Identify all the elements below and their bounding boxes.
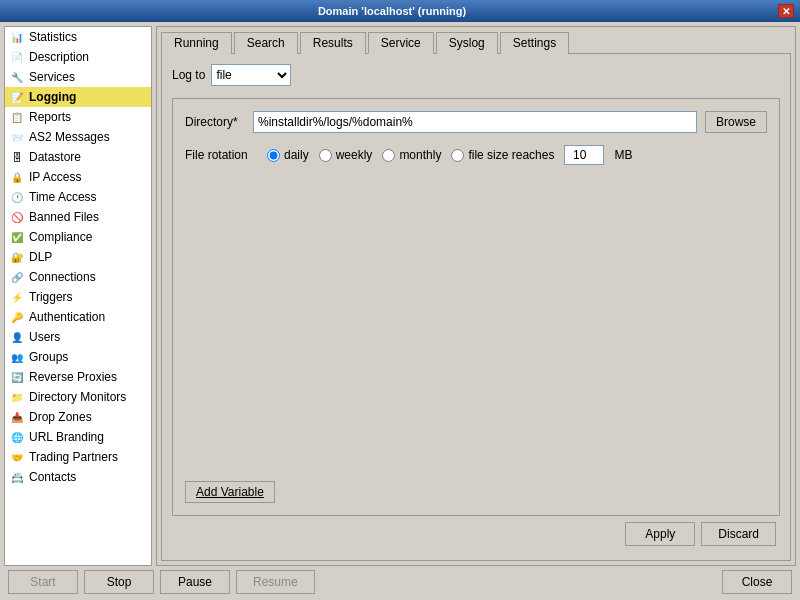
sidebar-item-label: Statistics bbox=[29, 30, 77, 44]
sidebar-item-logging[interactable]: 📝 Logging bbox=[5, 87, 151, 107]
datastore-icon: 🗄 bbox=[9, 149, 25, 165]
sidebar-item-services[interactable]: 🔧 Services bbox=[5, 67, 151, 87]
compliance-icon: ✅ bbox=[9, 229, 25, 245]
tab-results[interactable]: Results bbox=[300, 32, 366, 54]
resume-button[interactable]: Resume bbox=[236, 570, 315, 594]
sidebar-item-compliance[interactable]: ✅ Compliance bbox=[5, 227, 151, 247]
sidebar-item-timeaccess[interactable]: 🕐 Time Access bbox=[5, 187, 151, 207]
dropzones-icon: 📥 bbox=[9, 409, 25, 425]
sidebar-item-statistics[interactable]: 📊 Statistics bbox=[5, 27, 151, 47]
sidebar-item-users[interactable]: 👤 Users bbox=[5, 327, 151, 347]
radio-weekly-label: weekly bbox=[336, 148, 373, 162]
add-variable-button[interactable]: Add Variable bbox=[185, 481, 275, 503]
sidebar-item-label: Connections bbox=[29, 270, 96, 284]
tab-running[interactable]: Running bbox=[161, 32, 232, 54]
sidebar-item-label: Reverse Proxies bbox=[29, 370, 117, 384]
sidebar-item-reverseproxies[interactable]: 🔄 Reverse Proxies bbox=[5, 367, 151, 387]
directory-input[interactable] bbox=[253, 111, 697, 133]
tradingpartners-icon: 🤝 bbox=[9, 449, 25, 465]
pause-button[interactable]: Pause bbox=[160, 570, 230, 594]
file-size-input[interactable] bbox=[564, 145, 604, 165]
tab-service[interactable]: Service bbox=[368, 32, 434, 54]
file-rotation-label: File rotation bbox=[185, 148, 257, 162]
sidebar-item-label: Time Access bbox=[29, 190, 97, 204]
sidebar-item-label: Drop Zones bbox=[29, 410, 92, 424]
sidebar-item-groups[interactable]: 👥 Groups bbox=[5, 347, 151, 367]
sidebar-item-label: Description bbox=[29, 50, 89, 64]
sidebar-item-description[interactable]: 📄 Description bbox=[5, 47, 151, 67]
reports-icon: 📋 bbox=[9, 109, 25, 125]
close-button[interactable]: Close bbox=[722, 570, 792, 594]
apply-button[interactable]: Apply bbox=[625, 522, 695, 546]
log-to-row: Log to file syslog both bbox=[172, 64, 780, 86]
tab-bar: Running Search Results Service Syslog Se… bbox=[157, 27, 795, 53]
urlbranding-icon: 🌐 bbox=[9, 429, 25, 445]
sidebar-item-label: IP Access bbox=[29, 170, 81, 184]
radio-filesize[interactable]: file size reaches bbox=[451, 148, 554, 162]
log-to-label: Log to bbox=[172, 68, 205, 82]
sidebar-item-label: Compliance bbox=[29, 230, 92, 244]
sidebar-item-dlp[interactable]: 🔐 DLP bbox=[5, 247, 151, 267]
radio-monthly-label: monthly bbox=[399, 148, 441, 162]
sidebar-item-label: Authentication bbox=[29, 310, 105, 324]
sidebar-item-label: Services bbox=[29, 70, 75, 84]
start-button[interactable]: Start bbox=[8, 570, 78, 594]
authentication-icon: 🔑 bbox=[9, 309, 25, 325]
radio-weekly[interactable]: weekly bbox=[319, 148, 373, 162]
radio-monthly[interactable]: monthly bbox=[382, 148, 441, 162]
sidebar-item-authentication[interactable]: 🔑 Authentication bbox=[5, 307, 151, 327]
bottom-left-buttons: Start Stop Pause Resume bbox=[8, 570, 315, 594]
radio-daily[interactable]: daily bbox=[267, 148, 309, 162]
action-row: Apply Discard bbox=[172, 516, 780, 550]
sidebar-item-datastore[interactable]: 🗄 Datastore bbox=[5, 147, 151, 167]
sidebar-item-label: Reports bbox=[29, 110, 71, 124]
bottom-bar: Start Stop Pause Resume Close bbox=[4, 566, 796, 596]
sidebar-item-connections[interactable]: 🔗 Connections bbox=[5, 267, 151, 287]
bannedfiles-icon: 🚫 bbox=[9, 209, 25, 225]
mb-label: MB bbox=[614, 148, 632, 162]
groups-icon: 👥 bbox=[9, 349, 25, 365]
connections-icon: 🔗 bbox=[9, 269, 25, 285]
triggers-icon: ⚡ bbox=[9, 289, 25, 305]
radio-filesize-label: file size reaches bbox=[468, 148, 554, 162]
directory-row: Directory* Browse bbox=[185, 111, 767, 133]
directory-label: Directory* bbox=[185, 115, 245, 129]
sidebar-item-dropzones[interactable]: 📥 Drop Zones bbox=[5, 407, 151, 427]
sidebar-item-label: Contacts bbox=[29, 470, 76, 484]
window-title: Domain 'localhost' (running) bbox=[6, 5, 778, 17]
tab-content-service: Log to file syslog both Directory* Brows… bbox=[161, 53, 791, 561]
tab-settings[interactable]: Settings bbox=[500, 32, 569, 54]
sidebar-item-label: URL Branding bbox=[29, 430, 104, 444]
sidebar-item-bannedfiles[interactable]: 🚫 Banned Files bbox=[5, 207, 151, 227]
file-rotation-row: File rotation daily weekly monthly bbox=[185, 145, 767, 165]
reverseproxies-icon: 🔄 bbox=[9, 369, 25, 385]
directorymonitors-icon: 📁 bbox=[9, 389, 25, 405]
ipaccess-icon: 🔒 bbox=[9, 169, 25, 185]
close-icon[interactable]: ✕ bbox=[778, 4, 794, 18]
discard-button[interactable]: Discard bbox=[701, 522, 776, 546]
log-to-select[interactable]: file syslog both bbox=[211, 64, 291, 86]
sidebar-item-tradingpartners[interactable]: 🤝 Trading Partners bbox=[5, 447, 151, 467]
main-container: 📊 Statistics 📄 Description 🔧 Services 📝 … bbox=[0, 22, 800, 600]
stop-button[interactable]: Stop bbox=[84, 570, 154, 594]
sidebar-item-ipaccess[interactable]: 🔒 IP Access bbox=[5, 167, 151, 187]
add-variable-row: Add Variable bbox=[185, 481, 767, 503]
sidebar-item-directorymonitors[interactable]: 📁 Directory Monitors bbox=[5, 387, 151, 407]
logging-icon: 📝 bbox=[9, 89, 25, 105]
content-area: 📊 Statistics 📄 Description 🔧 Services 📝 … bbox=[4, 26, 796, 566]
sidebar-item-label: Users bbox=[29, 330, 60, 344]
sidebar-item-label: AS2 Messages bbox=[29, 130, 110, 144]
inner-panel: Directory* Browse File rotation daily we… bbox=[172, 98, 780, 516]
sidebar-item-label: Directory Monitors bbox=[29, 390, 126, 404]
users-icon: 👤 bbox=[9, 329, 25, 345]
sidebar-item-urlbranding[interactable]: 🌐 URL Branding bbox=[5, 427, 151, 447]
tab-syslog[interactable]: Syslog bbox=[436, 32, 498, 54]
tab-search[interactable]: Search bbox=[234, 32, 298, 54]
sidebar-item-as2messages[interactable]: 📨 AS2 Messages bbox=[5, 127, 151, 147]
sidebar-item-triggers[interactable]: ⚡ Triggers bbox=[5, 287, 151, 307]
sidebar-item-contacts[interactable]: 📇 Contacts bbox=[5, 467, 151, 487]
services-icon: 🔧 bbox=[9, 69, 25, 85]
sidebar-item-reports[interactable]: 📋 Reports bbox=[5, 107, 151, 127]
browse-button[interactable]: Browse bbox=[705, 111, 767, 133]
radio-daily-label: daily bbox=[284, 148, 309, 162]
